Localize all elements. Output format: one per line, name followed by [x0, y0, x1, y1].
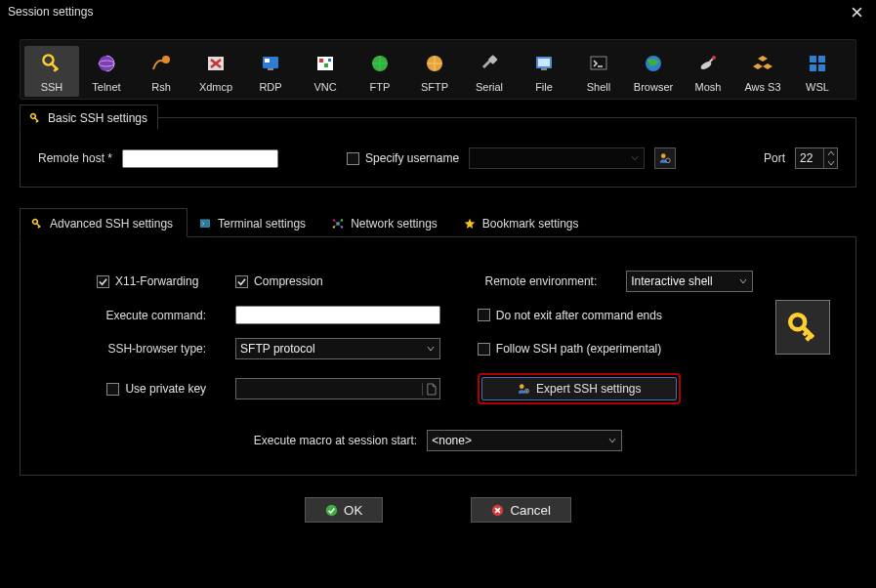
- tab-terminal-settings[interactable]: Terminal settings: [188, 208, 320, 237]
- chevron-down-icon: [607, 436, 617, 445]
- expert-ssh-button[interactable]: Expert SSH settings: [481, 377, 677, 400]
- session-type-vnc[interactable]: VNC: [298, 46, 353, 97]
- big-key-button[interactable]: [775, 300, 830, 355]
- svg-rect-19: [541, 68, 547, 70]
- remote-host-input[interactable]: [122, 149, 278, 168]
- private-key-field[interactable]: [235, 378, 440, 399]
- session-type-label: SSH: [24, 81, 79, 93]
- document-icon: [426, 383, 437, 396]
- follow-ssh-path-label: Follow SSH path (experimental): [496, 342, 661, 356]
- port-up-button[interactable]: [823, 148, 837, 158]
- x11-forwarding-checkbox[interactable]: X11-Forwarding: [97, 274, 206, 288]
- svg-rect-26: [810, 56, 816, 63]
- session-type-sftp[interactable]: SFTP: [407, 46, 462, 97]
- session-type-wsl[interactable]: WSL: [790, 46, 845, 97]
- username-browse-button[interactable]: [654, 147, 676, 169]
- session-type-row: SSH Telnet Rsh Xdmcp RDP: [20, 39, 856, 100]
- serial-plug-icon: [462, 50, 517, 77]
- execute-command-label: Execute command:: [105, 309, 206, 322]
- tab-label: Bookmark settings: [482, 217, 579, 231]
- session-type-telnet[interactable]: Telnet: [79, 46, 134, 97]
- session-type-awss3[interactable]: Aws S3: [735, 46, 790, 97]
- svg-rect-28: [810, 64, 816, 71]
- svg-point-34: [666, 158, 671, 163]
- checkbox-checked-icon: [235, 275, 248, 288]
- svg-rect-13: [328, 59, 331, 62]
- svg-point-5: [162, 56, 170, 63]
- tab-network-settings[interactable]: Network settings: [320, 208, 452, 237]
- key-icon: [30, 217, 44, 231]
- chevron-down-icon: [426, 344, 436, 354]
- session-type-label: WSL: [790, 81, 845, 93]
- rsh-icon: [134, 50, 188, 77]
- terminal-icon: [198, 217, 212, 231]
- cancel-label: Cancel: [510, 503, 551, 518]
- session-type-serial[interactable]: Serial: [462, 46, 517, 97]
- session-type-label: Mosh: [681, 81, 735, 93]
- advanced-panel: X11-Forwarding Compression Remote enviro…: [20, 237, 856, 476]
- ok-button[interactable]: OK: [305, 497, 383, 523]
- session-type-label: File: [517, 81, 571, 93]
- macro-value: <none>: [432, 434, 472, 447]
- globe-orange-icon: [407, 50, 462, 77]
- use-private-key-checkbox[interactable]: Use private key: [106, 382, 206, 396]
- no-exit-checkbox[interactable]: Do not exit after command ends: [478, 309, 761, 322]
- port-label: Port: [764, 151, 785, 165]
- macro-select[interactable]: <none>: [427, 430, 622, 451]
- remote-host-label: Remote host *: [38, 151, 112, 165]
- compression-label: Compression: [254, 274, 323, 288]
- chevron-down-icon: [827, 160, 835, 166]
- chevron-up-icon: [827, 150, 835, 156]
- follow-ssh-path-checkbox[interactable]: Follow SSH path (experimental): [478, 342, 761, 356]
- tab-advanced-ssh[interactable]: Advanced SSH settings: [20, 208, 188, 237]
- execute-command-input[interactable]: [235, 306, 440, 324]
- session-type-label: Rsh: [134, 81, 188, 93]
- session-type-label: Shell: [571, 81, 626, 93]
- chevron-down-icon: [738, 276, 748, 286]
- session-type-ftp[interactable]: FTP: [353, 46, 407, 97]
- session-type-rsh[interactable]: Rsh: [134, 46, 188, 97]
- svg-rect-11: [319, 59, 323, 63]
- key-icon: [28, 111, 42, 125]
- port-spinner[interactable]: 22: [795, 147, 838, 169]
- private-key-browse-button[interactable]: [422, 383, 439, 396]
- svg-point-50: [326, 504, 337, 515]
- user-settings-icon: [517, 382, 530, 396]
- expert-ssh-highlight: Expert SSH settings: [478, 373, 681, 404]
- basic-settings-panel: Basic SSH settings Remote host * Specify…: [20, 117, 856, 188]
- session-type-file[interactable]: File: [517, 46, 571, 97]
- ssh-browser-select[interactable]: SFTP protocol: [235, 338, 440, 359]
- x11-forwarding-label: X11-Forwarding: [115, 274, 198, 288]
- close-button[interactable]: [841, 0, 872, 23]
- globe-icon: [79, 50, 134, 77]
- remote-env-select[interactable]: Interactive shell: [626, 271, 753, 292]
- no-exit-label: Do not exit after command ends: [496, 309, 662, 322]
- remote-env-value: Interactive shell: [631, 274, 712, 288]
- checkbox-icon: [347, 152, 359, 165]
- basic-settings-tab[interactable]: Basic SSH settings: [20, 105, 158, 130]
- session-type-xdmcp[interactable]: Xdmcp: [188, 46, 243, 97]
- ssh-browser-value: SFTP protocol: [240, 342, 314, 356]
- svg-point-25: [712, 56, 716, 60]
- svg-rect-18: [538, 59, 550, 66]
- svg-rect-8: [268, 68, 273, 70]
- cancel-button[interactable]: Cancel: [471, 497, 571, 523]
- compression-checkbox[interactable]: Compression: [235, 274, 448, 288]
- session-type-rdp[interactable]: RDP: [243, 46, 298, 97]
- key-large-icon: [785, 310, 820, 345]
- satellite-icon: [681, 50, 735, 77]
- port-down-button[interactable]: [823, 158, 837, 168]
- ssh-browser-label: SSH-browser type:: [107, 342, 206, 356]
- rdp-icon: [243, 50, 298, 77]
- session-type-browser[interactable]: Browser: [626, 46, 681, 97]
- svg-point-33: [661, 153, 666, 158]
- svg-rect-12: [324, 63, 328, 67]
- session-type-label: VNC: [298, 81, 353, 93]
- session-type-ssh[interactable]: SSH: [24, 46, 79, 97]
- session-type-mosh[interactable]: Mosh: [681, 46, 735, 97]
- specify-username-checkbox[interactable]: Specify username: [347, 151, 459, 165]
- tab-bookmark-settings[interactable]: Bookmark settings: [452, 208, 594, 237]
- session-type-shell[interactable]: Shell: [571, 46, 626, 97]
- aws-cubes-icon: [735, 50, 790, 77]
- username-select[interactable]: [469, 147, 645, 169]
